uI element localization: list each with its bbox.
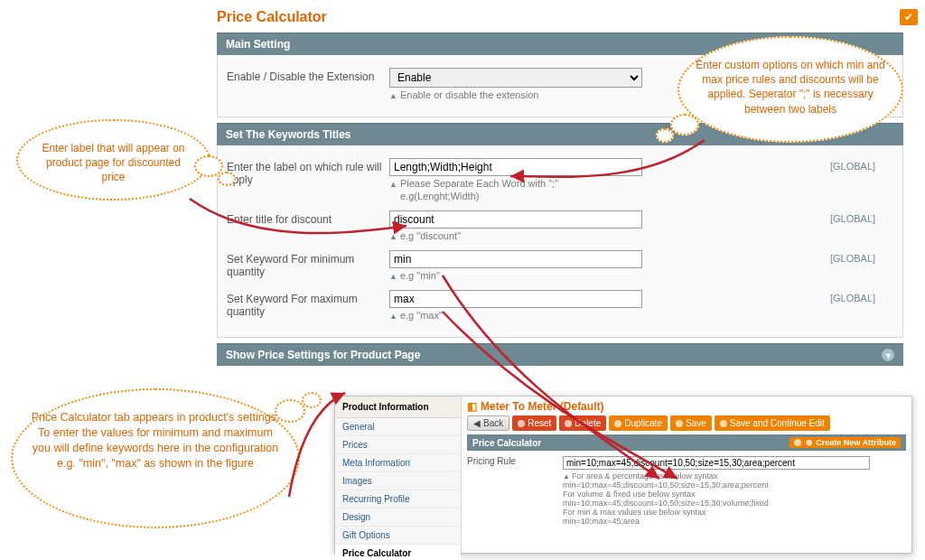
kw-hint: ▲e.g "max" <box>389 310 830 321</box>
reset-button[interactable]: Reset <box>512 415 556 431</box>
pricing-hint: For min & max values use below syntax <box>563 508 906 517</box>
back-icon: ◀ <box>473 418 481 428</box>
kw-label: Set Keyword For minimum quantity <box>227 250 389 278</box>
toolbar: ◀Back Reset Delete Duplicate Save Save a… <box>467 415 906 431</box>
kw-label: Set Keyword For maximum quantity <box>227 290 389 318</box>
pricing-hint: For volume & fixed use below syntax <box>563 490 906 499</box>
pricing-hint: min=10;max=45;area <box>563 517 906 526</box>
scope-label: [GLOBAL] <box>830 290 893 303</box>
section-header-showprice[interactable]: Show Price Settings for Product Page ▾ <box>217 343 903 366</box>
callout-discount-label: Enter label that will appear on product … <box>16 119 210 201</box>
cube-icon: ◧ <box>467 400 477 413</box>
kw-hint2: e.g(Lenght;Width) <box>400 191 830 201</box>
kw-hint: ▲e.g "min" <box>389 270 830 281</box>
sidebar-item-recurring-profile[interactable]: Recurring Profile <box>335 490 461 509</box>
sidebar-item-gift-options[interactable]: Gift Options <box>335 527 461 545</box>
sidebar-item-images[interactable]: Images <box>335 472 461 490</box>
kw-label: Enter title for discount <box>227 210 389 226</box>
duplicate-button[interactable]: Duplicate <box>609 415 668 431</box>
kw-input-3[interactable] <box>389 290 642 308</box>
product-info-header: Product Information <box>335 397 461 418</box>
callout-custom-options: Enter custom options on which min and ma… <box>677 36 903 143</box>
delete-button[interactable]: Delete <box>559 415 606 431</box>
kw-hint: ▲Please Separate Each Word with ";" <box>389 178 830 189</box>
pricing-rule-input[interactable] <box>563 456 870 470</box>
pricing-hint: ▲For area & percentage use below syntax <box>563 471 906 481</box>
enable-select[interactable]: Enable <box>389 68 642 88</box>
inset-title: ◧ Meter To Meter (Default) <box>467 400 906 413</box>
sidebar-item-design[interactable]: Design <box>335 509 461 527</box>
pricing-hint: min=10;max=45;discount=10,50;size=15,30;… <box>563 499 906 508</box>
kw-label: Enter the label on which rule will apply <box>227 158 389 186</box>
kw-input-2[interactable] <box>389 250 642 268</box>
sidebar-item-prices[interactable]: Prices <box>335 436 461 454</box>
sidebar-item-general[interactable]: General <box>335 418 461 436</box>
pricing-hint: min=10;max=45;discount=10,50;size=15,30;… <box>563 481 906 490</box>
sidebar-item-price-calculator[interactable]: Price Calculator <box>335 545 461 560</box>
callout-price-calc-tab: Price Calculator tab appears in product'… <box>11 388 300 528</box>
back-button[interactable]: ◀Back <box>467 415 509 431</box>
product-info-sidebar: Product Information GeneralPricesMeta In… <box>335 397 462 553</box>
scope-label: [GLOBAL] <box>830 158 893 172</box>
kw-input-0[interactable] <box>389 158 642 176</box>
section-body-keywords: Enter the label on which rule will apply… <box>217 145 903 338</box>
kw-hint: ▲e.g "discount" <box>389 230 830 241</box>
page-title: Price Calculator <box>0 0 925 33</box>
kw-input-1[interactable] <box>389 210 642 229</box>
create-attribute-button[interactable]: ⊕Create New Attribute <box>790 437 901 448</box>
inset-section-header: Price Calculator ⊕Create New Attribute <box>467 434 906 451</box>
scope-label: [GLOBAL] <box>830 250 893 264</box>
chevron-down-icon: ▾ <box>882 349 894 361</box>
sidebar-item-meta-information[interactable]: Meta Information <box>335 454 461 472</box>
pricing-rule-label: Pricing Rule <box>467 456 557 470</box>
scope-label: [GLOBAL] <box>830 210 893 224</box>
save-continue-button[interactable]: Save and Continue Edit <box>715 415 830 431</box>
save-button[interactable]: Save <box>670 415 712 431</box>
enable-label: Enable / Disable the Extension <box>227 68 389 83</box>
product-info-panel: Product Information GeneralPricesMeta In… <box>334 396 912 554</box>
check-icon: ✔ <box>900 9 918 25</box>
